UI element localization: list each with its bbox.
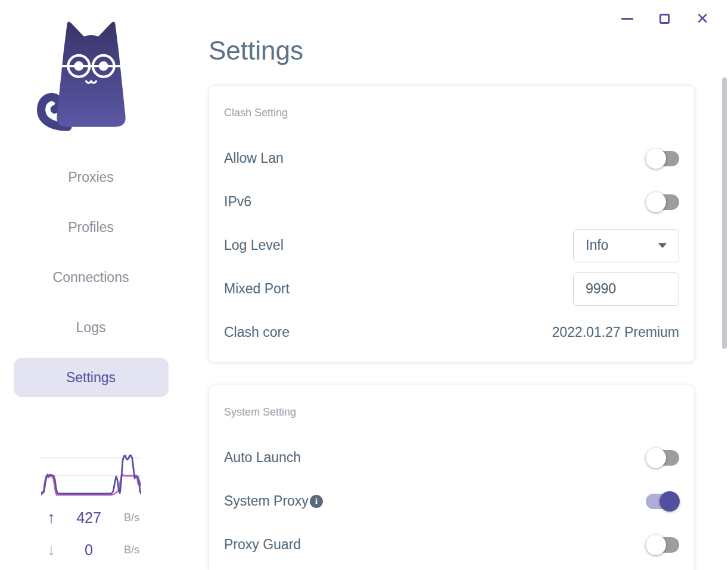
chevron-down-icon [658, 243, 667, 248]
system-proxy-label-text: System Proxy [224, 493, 309, 509]
toggle-knob [646, 448, 666, 468]
toggle-knob [659, 491, 680, 512]
auto-launch-label: Auto Launch [224, 450, 301, 466]
close-button[interactable]: ✕ [696, 12, 709, 25]
window-controls: ✕ [621, 12, 709, 25]
allow-lan-label: Allow Lan [224, 150, 284, 166]
log-level-label: Log Level [224, 237, 284, 253]
sidebar-item-connections[interactable]: Connections [14, 258, 169, 297]
maximize-button[interactable] [659, 12, 670, 25]
log-level-select[interactable]: Info [573, 229, 679, 262]
system-setting-card: System Setting Auto Launch System Proxy … [209, 385, 695, 570]
download-speed-row: ↓ 0 B/s [0, 537, 182, 563]
upload-speed-row: ↑ 427 B/s [0, 504, 182, 531]
sidebar-nav: Proxies Profiles Connections Logs Settin… [0, 157, 182, 397]
system-proxy-label: System Proxy i [224, 493, 323, 509]
clash-setting-section-label: Clash Setting [224, 104, 679, 122]
download-speed-value: 0 [62, 541, 116, 559]
mixed-port-label: Mixed Port [224, 281, 290, 297]
ipv6-toggle[interactable] [646, 191, 679, 213]
upload-series-line [41, 456, 141, 494]
download-arrow-icon: ↓ [41, 541, 62, 559]
minimize-icon [621, 18, 633, 20]
app-window: ✕ Proxies [0, 0, 728, 570]
system-proxy-row: System Proxy i [224, 479, 679, 523]
mixed-port-row: Mixed Port [224, 267, 679, 311]
clash-cat-logo [34, 16, 148, 134]
sidebar: Proxies Profiles Connections Logs Settin… [0, 0, 182, 570]
ipv6-label: IPv6 [224, 194, 251, 210]
proxy-guard-label: Proxy Guard [224, 537, 301, 553]
system-setting-section-label: System Setting [224, 403, 679, 421]
sidebar-item-logs[interactable]: Logs [14, 308, 169, 347]
mixed-port-input[interactable] [573, 272, 679, 306]
sidebar-item-settings[interactable]: Settings [14, 358, 169, 397]
main-content: Settings Clash Setting Allow Lan IPv6 Lo… [182, 0, 695, 570]
clash-core-label: Clash core [224, 324, 290, 340]
info-icon[interactable]: i [310, 495, 323, 508]
toggle-knob [646, 148, 666, 169]
toggle-knob [646, 535, 666, 555]
upload-speed-value: 427 [62, 509, 116, 526]
traffic-graph [41, 448, 141, 498]
log-level-selected-value: Info [586, 237, 608, 253]
upload-speed-unit: B/s [116, 512, 151, 524]
allow-lan-row: Allow Lan [224, 137, 679, 180]
log-level-row: Log Level Info [224, 224, 679, 267]
sidebar-item-profiles[interactable]: Profiles [14, 207, 169, 247]
clash-setting-card: Clash Setting Allow Lan IPv6 Log Level [209, 85, 695, 363]
system-proxy-toggle[interactable] [646, 491, 679, 512]
proxy-guard-toggle[interactable] [646, 534, 679, 556]
minimize-button[interactable] [621, 12, 633, 25]
page-title: Settings [209, 36, 695, 66]
traffic-widget: ↑ 427 B/s ↓ 0 B/s [0, 448, 182, 563]
proxy-guard-row: Proxy Guard [224, 523, 679, 566]
upload-arrow-icon: ↑ [41, 509, 62, 527]
allow-lan-toggle[interactable] [646, 148, 679, 169]
auto-launch-row: Auto Launch [224, 436, 679, 479]
toggle-knob [646, 192, 666, 212]
auto-launch-toggle[interactable] [646, 447, 679, 469]
clash-core-version: 2022.01.27 Premium [552, 324, 679, 340]
maximize-icon [659, 14, 670, 24]
close-icon: ✕ [696, 12, 709, 25]
download-speed-unit: B/s [116, 544, 151, 556]
vertical-scrollbar[interactable] [722, 78, 727, 349]
clash-core-row: Clash core 2022.01.27 Premium [224, 311, 679, 354]
ipv6-row: IPv6 [224, 180, 679, 224]
sidebar-item-proxies[interactable]: Proxies [14, 157, 169, 197]
